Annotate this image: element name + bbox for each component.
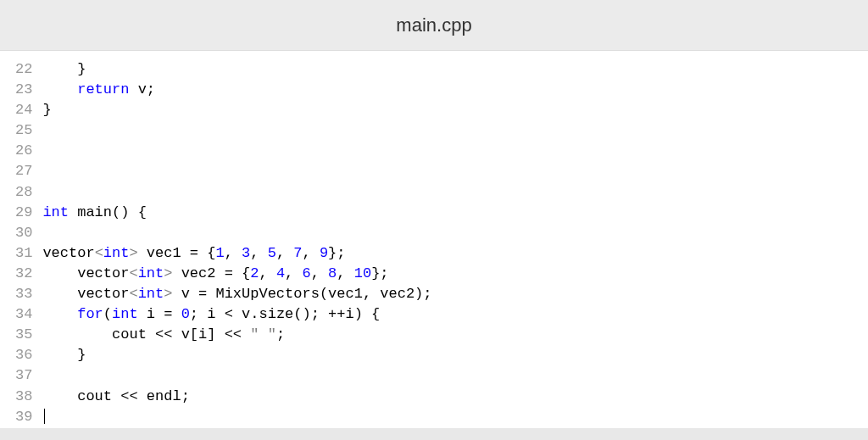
code-area[interactable]: } return v;}int main() {vector<int> vec1…: [39, 51, 868, 428]
tab-filename[interactable]: main.cpp: [396, 14, 471, 36]
code-line[interactable]: vector<int> vec1 = {1, 3, 5, 7, 9};: [42, 243, 868, 264]
line-number: 32: [15, 264, 32, 284]
line-number: 34: [15, 304, 32, 325]
line-number: 24: [15, 100, 32, 120]
line-number: 29: [15, 203, 32, 223]
code-line[interactable]: [42, 407, 868, 427]
code-line[interactable]: [42, 182, 868, 203]
line-number: 27: [15, 161, 32, 181]
line-number: 37: [15, 365, 32, 386]
line-number: 36: [15, 345, 32, 365]
line-number: 22: [15, 59, 32, 80]
line-number-gutter: 222324252627282930313233343536373839: [15, 51, 39, 428]
code-line[interactable]: cout << v[i] << " ";: [42, 325, 868, 345]
line-number: 26: [15, 141, 32, 161]
code-line[interactable]: return v;: [42, 80, 868, 100]
code-line[interactable]: int main() {: [42, 203, 868, 223]
code-line[interactable]: [42, 161, 868, 181]
line-number: 28: [15, 182, 32, 203]
code-line[interactable]: cout << endl;: [42, 387, 868, 407]
line-number: 23: [15, 80, 32, 100]
code-line[interactable]: [42, 223, 868, 243]
line-number: 31: [15, 243, 32, 264]
line-number: 38: [15, 387, 32, 407]
text-cursor: [44, 409, 45, 424]
tab-bar: main.cpp: [0, 0, 868, 51]
footer-bar: [0, 428, 868, 440]
code-line[interactable]: }: [42, 345, 868, 365]
code-line[interactable]: }: [42, 100, 868, 120]
code-line[interactable]: for(int i = 0; i < v.size(); ++i) {: [42, 304, 868, 325]
line-number: 25: [15, 120, 32, 141]
code-editor[interactable]: 222324252627282930313233343536373839 } r…: [0, 51, 868, 428]
code-line[interactable]: [42, 365, 868, 386]
code-line[interactable]: }: [42, 59, 868, 80]
line-number: 30: [15, 223, 32, 243]
code-line[interactable]: [42, 120, 868, 141]
code-line[interactable]: vector<int> vec2 = {2, 4, 6, 8, 10};: [42, 264, 868, 284]
line-number: 39: [15, 407, 32, 427]
line-number: 33: [15, 284, 32, 304]
code-line[interactable]: vector<int> v = MixUpVectors(vec1, vec2)…: [42, 284, 868, 304]
code-line[interactable]: [42, 141, 868, 161]
line-number: 35: [15, 325, 32, 345]
